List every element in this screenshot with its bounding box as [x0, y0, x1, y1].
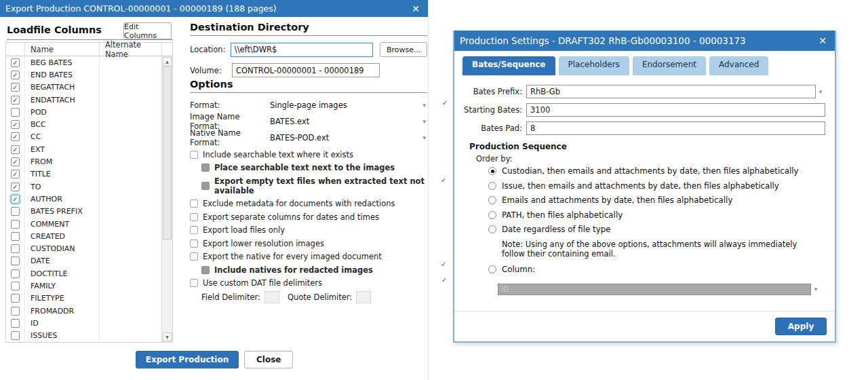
loadfile-row[interactable]: FAMILY — [6, 280, 161, 292]
format-dropdown[interactable]: Native Name Format:BATES-POD.ext▾ — [190, 130, 427, 146]
scrollbar-thumb[interactable] — [163, 66, 172, 240]
checkbox-icon[interactable] — [190, 200, 198, 208]
loadfile-row[interactable]: ✓TITLE — [6, 168, 161, 180]
quote-delimiter-input[interactable] — [356, 291, 371, 303]
checkbox-icon[interactable] — [190, 213, 198, 221]
column-checkbox[interactable]: ✓ — [11, 183, 20, 191]
order-by-radio[interactable]: Issue, then emails and attachments by da… — [488, 181, 825, 191]
export-production-button[interactable]: Export Production — [136, 351, 239, 368]
loadfile-row[interactable]: DOCTITLE — [6, 267, 161, 280]
loadfile-scrollbar[interactable]: ▲ ▼ — [161, 56, 172, 342]
column-checkbox[interactable]: ✓ — [11, 195, 20, 204]
column-checkbox[interactable]: ✓ — [11, 132, 20, 141]
checkbox-icon[interactable] — [190, 252, 198, 261]
column-checkbox[interactable]: ✓ — [11, 145, 20, 154]
loadfile-row[interactable]: ✓AUTHOR — [6, 193, 161, 205]
column-checkbox[interactable] — [11, 256, 20, 265]
tab-endorsement[interactable]: Endorsement — [633, 56, 706, 75]
radio-icon[interactable] — [488, 182, 496, 190]
loadfile-row[interactable]: BATES PREFIX — [6, 206, 161, 218]
column-checkbox[interactable]: ✓ — [11, 96, 20, 104]
checkbox-icon[interactable] — [190, 279, 198, 287]
checkbox-icon[interactable] — [190, 151, 198, 159]
chevron-down-icon[interactable]: ▾ — [422, 102, 426, 109]
tab-bates-sequence[interactable]: Bates/Sequence — [462, 56, 555, 75]
radio-icon[interactable] — [488, 211, 496, 219]
column-checkbox[interactable] — [11, 244, 20, 253]
field-input[interactable]: 8 — [526, 121, 825, 135]
checkbox-icon[interactable] — [190, 226, 198, 234]
chevron-down-icon[interactable]: ▾ — [422, 134, 426, 141]
loadfile-row[interactable]: ID — [6, 317, 161, 329]
radio-icon[interactable] — [488, 196, 496, 204]
column-checkbox[interactable] — [11, 282, 20, 290]
loadfile-row[interactable]: FILETYPE — [6, 292, 161, 305]
location-input[interactable]: \\eft\DWR$ — [231, 43, 374, 57]
loadfile-row[interactable]: FROMADDR — [6, 305, 161, 317]
loadfile-row[interactable]: ✓BEGATTACH — [6, 81, 161, 94]
column-checkbox[interactable] — [11, 294, 20, 303]
loadfile-row[interactable]: DATE — [6, 255, 161, 267]
column-checkbox[interactable]: ✓ — [11, 157, 20, 166]
option-checkbox-row[interactable]: Export load files only — [190, 225, 427, 235]
format-dropdown[interactable]: Format:Single-page images▾ — [190, 97, 427, 113]
column-radio[interactable]: Column: — [488, 265, 825, 274]
column-checkbox[interactable] — [11, 108, 20, 117]
format-dropdown[interactable]: Image Name Format:BATES.ext▾ — [190, 113, 427, 130]
column-checkbox[interactable]: ✓ — [11, 58, 20, 67]
option-checkbox-row[interactable]: Export lower resolution images — [190, 239, 427, 248]
scroll-up-icon[interactable]: ▲ — [163, 57, 172, 66]
field-input[interactable]: RhB-Gb — [526, 85, 816, 98]
loadfile-row[interactable]: ✓EXT — [6, 143, 161, 155]
chevron-down-icon[interactable]: ▾ — [816, 88, 825, 95]
tab-placeholders[interactable]: Placeholders — [559, 56, 629, 75]
column-checkbox[interactable]: ✓ — [11, 120, 20, 129]
close-button[interactable]: Close — [244, 351, 293, 368]
option-checkbox-row[interactable]: Export the native for every imaged docum… — [190, 252, 427, 261]
apply-button[interactable]: Apply — [775, 318, 827, 335]
loadfile-row[interactable]: ✓FROM — [6, 155, 161, 168]
field-delimiter-input[interactable] — [264, 291, 279, 303]
loadfile-row[interactable]: POD — [6, 106, 161, 118]
radio-icon[interactable] — [488, 225, 496, 233]
loadfile-row[interactable]: CUSTODIAN — [6, 242, 161, 254]
checkbox-icon[interactable] — [190, 240, 198, 248]
column-checkbox[interactable] — [11, 319, 20, 328]
tab-advanced[interactable]: Advanced — [709, 56, 768, 75]
column-checkbox[interactable] — [11, 207, 20, 216]
loadfile-row[interactable]: CREATED — [6, 230, 161, 242]
option-checkbox-row[interactable]: Export separate columns for dates and ti… — [190, 212, 427, 222]
column-checkbox[interactable] — [11, 269, 20, 278]
column-checkbox[interactable]: ✓ — [11, 170, 20, 178]
column-checkbox[interactable] — [11, 307, 20, 316]
order-by-radio[interactable]: Custodian, then emails and attachments b… — [488, 166, 825, 176]
loadfile-row[interactable]: ISSUES — [6, 330, 161, 342]
volume-input[interactable]: CONTROL-00000001 - 00000189 — [232, 63, 380, 77]
order-by-radio[interactable]: PATH, then files alphabetically — [488, 210, 825, 220]
column-checkbox[interactable] — [11, 232, 20, 241]
column-checkbox[interactable]: ✓ — [11, 83, 20, 92]
radio-icon[interactable] — [488, 167, 496, 175]
loadfile-row[interactable]: COMMENT — [6, 218, 161, 230]
loadfile-row[interactable]: ✓BEG BATES — [6, 56, 161, 69]
order-by-radio[interactable]: Emails and attachments by date, then fil… — [488, 195, 825, 205]
loadfile-row[interactable]: ✓TO — [6, 180, 161, 193]
option-checkbox-row[interactable]: Include searchable text where it exists — [190, 150, 427, 159]
edit-columns-button[interactable]: Edit Columns — [123, 22, 172, 39]
close-icon[interactable]: ✕ — [409, 3, 422, 14]
loadfile-row[interactable]: ✓CC — [6, 131, 161, 143]
browse-button[interactable]: Browse... — [380, 42, 427, 57]
close-icon[interactable]: ✕ — [816, 35, 829, 46]
order-by-radio[interactable]: Date regardless of file type — [488, 225, 825, 234]
loadfile-row[interactable]: ✓END BATES — [6, 69, 161, 81]
column-checkbox[interactable] — [11, 220, 20, 229]
column-checkbox[interactable] — [11, 331, 20, 340]
field-input[interactable]: 3100 — [526, 103, 825, 117]
option-checkbox-row[interactable]: Exclude metadata for documents with reda… — [190, 199, 427, 208]
radio-icon[interactable] — [488, 265, 496, 273]
option-checkbox-row[interactable]: Use custom DAT file delimiters — [190, 278, 427, 288]
chevron-down-icon[interactable]: ▾ — [422, 118, 426, 125]
scroll-down-icon[interactable]: ▼ — [163, 332, 172, 341]
column-checkbox[interactable]: ✓ — [11, 71, 20, 79]
loadfile-row[interactable]: ✓ENDATTACH — [6, 94, 161, 106]
